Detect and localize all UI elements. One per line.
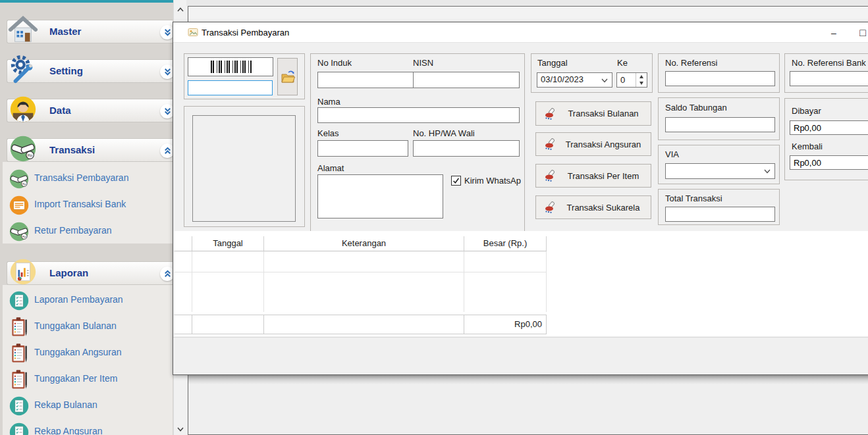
spinner-buttons: [636, 73, 647, 87]
total-row-tanggal-cell: [192, 315, 264, 334]
grid-line: [174, 272, 547, 272]
nisn-input[interactable]: [413, 72, 520, 88]
stamp-icon: [544, 170, 556, 182]
barcode-scan-input[interactable]: [188, 80, 273, 95]
spinner-up-button[interactable]: [636, 73, 647, 80]
via-dropdown[interactable]: [665, 163, 775, 179]
no-referensi-groupbox: No. Referensi: [658, 53, 780, 93]
tanggal-label: Tanggal: [537, 58, 568, 68]
spinner-down-button[interactable]: [636, 80, 647, 88]
sidebar-item-tunggakan-bulanan[interactable]: Tunggakan Bulanan: [3, 314, 173, 340]
sidebar-item-label: Tunggakan Bulanan: [34, 320, 117, 331]
footer-toolbar: Baru Batal Kirim WA Print: [173, 337, 868, 374]
open-folder-icon: [280, 69, 296, 85]
stamp-icon: [544, 138, 556, 150]
column-header-keterangan[interactable]: Keterangan: [264, 236, 464, 251]
chevron-up-icon: [176, 5, 185, 14]
grid-line: [192, 251, 192, 312]
sidebar-item-import-transaksi-bank[interactable]: Import Transaksi Bank: [3, 192, 173, 218]
no-referensi-input[interactable]: [665, 71, 775, 86]
button-label: Transaksi Bulanan: [556, 109, 651, 118]
sidebar-item-label: Laporan Pembayaran: [34, 294, 123, 305]
sidebar-item-rekap-angsuran[interactable]: Rekap Angsuran: [3, 419, 173, 435]
no-induk-label: No Induk: [317, 58, 352, 68]
alamat-label: Alamat: [317, 163, 344, 173]
kirim-whatsapp-checkbox[interactable]: [451, 176, 461, 186]
browse-student-button[interactable]: [277, 58, 298, 95]
kelas-input[interactable]: [317, 140, 408, 157]
chart-report-icon: [8, 257, 38, 287]
saldo-tabungan-input[interactable]: [665, 117, 775, 132]
dibayar-label: Dibayar: [792, 106, 821, 116]
row-selector-header[interactable]: [174, 236, 192, 251]
sidebar-item-laporan-pembayaran[interactable]: Laporan Pembayaran: [3, 288, 173, 314]
saldo-tabungan-label: Saldo Tabungan: [665, 103, 727, 113]
transaksi-pembayaran-window: Transaksi Pembayaran – □ No Induk NISN N…: [173, 22, 868, 375]
sidebar-item-label: Rekap Angsuran: [34, 426, 103, 435]
clipboard-icon: [8, 342, 30, 365]
sidebar-item-label: Transaksi Pembayaran: [34, 172, 128, 183]
sidebar-item-label: Tunggakan Per Item: [34, 373, 117, 384]
app-root: Master Setting Data Transaksi: [0, 0, 868, 435]
transaksi-angsuran-button[interactable]: Transaksi Angsuran: [535, 132, 651, 156]
maximize-button[interactable]: □: [853, 26, 868, 39]
total-transaksi-input[interactable]: [665, 207, 775, 222]
ke-value: 0: [620, 75, 625, 85]
scroll-down-button[interactable]: [174, 423, 187, 435]
kembali-input[interactable]: [790, 155, 868, 170]
house-icon: [8, 15, 38, 45]
handshake-icon: [8, 134, 38, 164]
kirim-whatsapp-option[interactable]: Kirim WhatsAp: [451, 176, 521, 186]
kelas-label: Kelas: [317, 128, 339, 138]
barcode-bars: [211, 61, 252, 73]
nama-label: Nama: [317, 97, 340, 107]
transaksi-bulanan-button[interactable]: Transaksi Bulanan: [535, 101, 651, 126]
nisn-label: NISN: [413, 58, 433, 68]
handshake-icon: [8, 168, 30, 190]
via-label: VIA: [665, 149, 679, 159]
nama-input[interactable]: [317, 107, 520, 123]
ke-spinner[interactable]: 0: [616, 72, 647, 88]
ke-label: Ke: [617, 58, 628, 68]
dibayar-input[interactable]: [790, 120, 868, 135]
sidebar-group-label: Laporan: [49, 267, 88, 278]
barcode-image: [188, 57, 273, 76]
grid-line: [263, 251, 264, 312]
sidebar-top-accent: [0, 0, 173, 3]
sidebar-item-transaksi-pembayaran[interactable]: Transaksi Pembayaran: [3, 166, 173, 192]
sidebar-group-label: Master: [49, 26, 81, 37]
sidebar-item-tunggakan-per-item[interactable]: Tunggakan Per Item: [3, 367, 173, 393]
no-referensi-label: No. Referensi: [665, 58, 717, 68]
column-header-besar[interactable]: Besar (Rp.): [464, 236, 547, 251]
handshake-icon: [8, 220, 30, 243]
sidebar-item-label: Retur Pembayaran: [34, 225, 112, 236]
chevron-down-icon: [601, 78, 608, 84]
transaksi-sukarela-button[interactable]: Transaksi Sukarela: [535, 195, 651, 219]
minimize-button[interactable]: –: [824, 26, 844, 39]
alamat-textarea[interactable]: [317, 174, 443, 218]
saldo-tabungan-groupbox: Saldo Tabungan: [658, 97, 780, 140]
sidebar-item-retur-pembayaran[interactable]: Retur Pembayaran: [3, 218, 173, 245]
hp-wali-label: No. HP/WA Wali: [413, 128, 475, 138]
no-referensi-bank-groupbox: No. Referensi Bank: [784, 53, 868, 93]
column-header-tanggal[interactable]: Tanggal: [192, 236, 264, 251]
total-transaksi-groupbox: Total Transaksi: [658, 189, 780, 225]
transaksi-per-item-button[interactable]: Transaksi Per Item: [535, 164, 651, 188]
photo-groupbox: [184, 106, 305, 227]
no-induk-input[interactable]: [317, 72, 423, 88]
no-referensi-bank-label: No. Referensi Bank: [792, 58, 866, 68]
sidebar-item-rekap-bulanan[interactable]: Rekap Bulanan: [3, 393, 173, 419]
window-titlebar[interactable]: Transaksi Pembayaran – □: [173, 22, 868, 43]
sidebar-nav: Master Setting Data Transaksi: [0, 0, 173, 435]
scroll-up-button[interactable]: [174, 4, 187, 16]
no-referensi-bank-input[interactable]: [790, 71, 868, 86]
clipboard-icon: [8, 369, 30, 391]
sidebar-item-tunggakan-angsuran[interactable]: Tunggakan Angsuran: [3, 340, 173, 367]
student-info-groupbox: No Induk NISN Nama Kelas No. HP/WA Wali …: [310, 53, 525, 248]
tanggal-datepicker[interactable]: 03/10/2023: [537, 72, 612, 88]
hp-wali-input[interactable]: [413, 140, 520, 157]
total-transaksi-label: Total Transaksi: [665, 193, 722, 203]
report-check-icon: [8, 395, 30, 417]
total-row-selector-cell: [174, 315, 192, 334]
pembayaran-groupbox: Dibayar Kembali: [784, 98, 868, 180]
